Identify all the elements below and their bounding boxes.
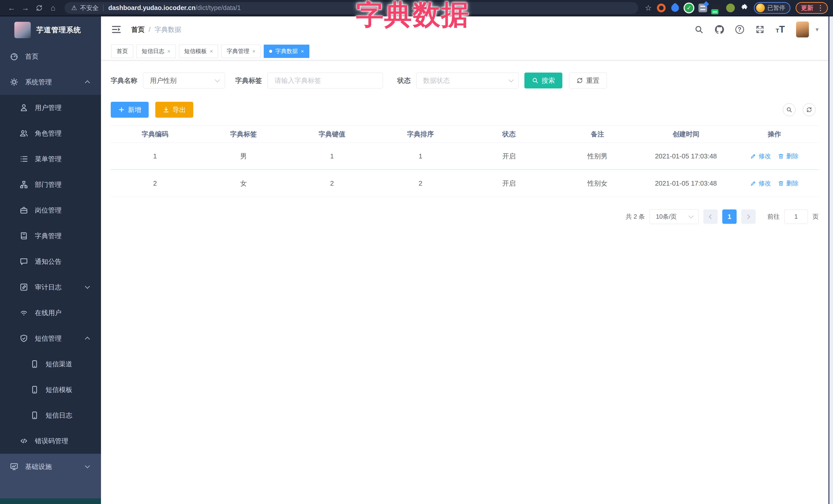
home-icon[interactable]: ⌂ [47, 2, 60, 14]
fullscreen-icon[interactable] [755, 25, 765, 34]
user-avatar[interactable] [796, 22, 809, 38]
sidebar-item-dict[interactable]: 字典管理 [0, 223, 101, 249]
extension-icon-orange[interactable] [657, 4, 666, 12]
page-number-current[interactable]: 1 [722, 210, 737, 224]
delete-link[interactable]: 删除 [778, 179, 799, 187]
update-button[interactable]: 更新 [801, 4, 813, 12]
cell-remark: 性别男 [553, 152, 642, 161]
extension-icon-blue-kite[interactable] [671, 4, 680, 12]
avatar-caret-icon[interactable]: ▾ [815, 26, 819, 33]
bookmark-star-icon[interactable]: ☆ [645, 3, 652, 12]
sidebar-logo[interactable]: 芋道管理系统 [0, 17, 101, 44]
active-dot [269, 50, 272, 53]
toggle-search-button[interactable] [783, 103, 795, 116]
table-toolbar: 新增 导出 [111, 102, 819, 118]
table-row[interactable]: 1 男 1 1 开启 性别男 2021-01-05 17:03:48 修改 删除 [111, 143, 819, 170]
tab-sms-log[interactable]: 短信日志 × [136, 45, 176, 58]
next-page-button[interactable] [741, 210, 756, 224]
shield-check-icon [20, 334, 28, 343]
address-bar[interactable]: ⚠ 不安全 dashboard.yudao.iocoder.cn/dict/ty… [65, 2, 638, 14]
breadcrumb-current: 字典数据 [154, 25, 181, 34]
status-select[interactable]: 数据状态 [416, 73, 519, 89]
page-size-select[interactable]: 10条/页 [649, 209, 699, 224]
extensions-puzzle-icon[interactable] [740, 4, 749, 12]
github-icon[interactable] [715, 25, 724, 34]
breadcrumb-home[interactable]: 首页 [131, 25, 145, 34]
tab-dict-data[interactable]: 字典数据 × [264, 45, 309, 58]
book-icon [20, 232, 28, 240]
close-icon[interactable]: × [252, 49, 255, 54]
sidebar-item-home[interactable]: 首页 [0, 44, 101, 69]
close-icon[interactable]: × [210, 49, 213, 54]
browser-update-chip[interactable]: 更新 ⋮ [795, 2, 828, 14]
chevron-up-icon [85, 337, 90, 342]
sidebar-item-roles[interactable]: 角色管理 [0, 120, 101, 146]
sidebar-item-sms[interactable]: 短信管理 [0, 326, 101, 351]
reset-button[interactable]: 重置 [569, 73, 607, 89]
refresh-icon [576, 77, 583, 84]
extension-icon-bars[interactable] [698, 4, 707, 12]
edit-link[interactable]: 修改 [750, 152, 771, 160]
close-icon[interactable]: × [301, 49, 304, 54]
sidebar-item-posts[interactable]: 岗位管理 [0, 197, 101, 223]
sidebar-submenu-system: 用户管理 角色管理 菜单管理 部门管理 岗位管理 [0, 95, 101, 454]
help-icon[interactable]: ? [735, 25, 744, 34]
dict-label-input[interactable] [268, 73, 383, 89]
sidebar-item-sms-template[interactable]: 短信模板 [0, 377, 101, 403]
cell-sort: 2 [376, 179, 465, 187]
dashboard-icon [10, 52, 19, 61]
tab-home[interactable]: 首页 [111, 45, 133, 58]
search-icon [532, 77, 539, 84]
sidebar-item-label: 短信管理 [35, 334, 62, 343]
menu-list-icon [20, 154, 28, 163]
logo-title: 芋道管理系统 [37, 25, 81, 35]
font-size-icon[interactable]: TT [776, 24, 785, 35]
table-row[interactable]: 2 女 2 2 开启 性别女 2021-01-05 17:03:48 修改 删除 [111, 170, 819, 197]
dict-name-value: 用户性别 [150, 76, 176, 85]
chevron-left-icon [709, 214, 713, 219]
add-button[interactable]: 新增 [111, 102, 149, 118]
extension-icon-on[interactable]: on [712, 4, 721, 12]
sidebar-item-sms-channel[interactable]: 短信渠道 [0, 351, 101, 377]
sidebar-item-departments[interactable]: 部门管理 [0, 172, 101, 197]
search-icon[interactable] [694, 25, 704, 34]
search-button[interactable]: 搜索 [524, 73, 562, 89]
trash-icon [778, 153, 784, 159]
security-label[interactable]: 不安全 [80, 4, 98, 12]
dict-name-select[interactable]: 用户性别 [143, 73, 225, 89]
sidebar-item-online-users[interactable]: 在线用户 [0, 300, 101, 326]
sidebar-item-sms-log[interactable]: 短信日志 [0, 403, 101, 428]
sidebar-item-label: 系统管理 [25, 78, 52, 87]
tab-dict-manage[interactable]: 字典管理 × [221, 45, 261, 58]
chevron-down-icon [688, 213, 694, 218]
extension-icon-green-check[interactable]: ✓ [685, 4, 693, 12]
close-icon[interactable]: × [167, 49, 170, 54]
edit-link[interactable]: 修改 [750, 179, 771, 187]
sidebar-item-infra[interactable]: 基础设施 [0, 454, 101, 479]
sidebar-item-errorcode[interactable]: 错误码管理 [0, 428, 101, 454]
forward-icon[interactable]: → [19, 2, 32, 14]
goto-page-input[interactable] [784, 210, 808, 224]
sidebar-item-system[interactable]: 系统管理 [0, 69, 101, 95]
sidebar-item-audit-log[interactable]: 审计日志 [0, 274, 101, 300]
extension-icon-olive[interactable] [726, 4, 735, 12]
reload-icon[interactable] [33, 2, 46, 14]
cell-sort: 1 [376, 152, 465, 160]
col-header: 创建时间 [642, 130, 730, 139]
chevron-right-icon [745, 214, 750, 219]
browser-profile-chip[interactable]: 已暂停 [754, 2, 790, 14]
sidebar-item-menus[interactable]: 菜单管理 [0, 146, 101, 172]
delete-link[interactable]: 删除 [778, 152, 799, 160]
window-scrollbar[interactable] [829, 17, 833, 504]
back-icon[interactable]: ← [5, 2, 18, 14]
refresh-table-button[interactable] [803, 103, 815, 116]
export-button[interactable]: 导出 [155, 102, 193, 118]
tab-sms-template[interactable]: 短信模板 × [179, 45, 218, 58]
sidebar-item-notice[interactable]: 通知公告 [0, 249, 101, 274]
trash-icon [778, 180, 784, 186]
sidebar-item-users[interactable]: 用户管理 [0, 95, 101, 120]
prev-page-button[interactable] [703, 210, 718, 224]
phone-icon [30, 385, 39, 394]
hamburger-icon[interactable] [111, 24, 121, 34]
browser-menu-icon[interactable]: ⋮ [817, 4, 824, 12]
